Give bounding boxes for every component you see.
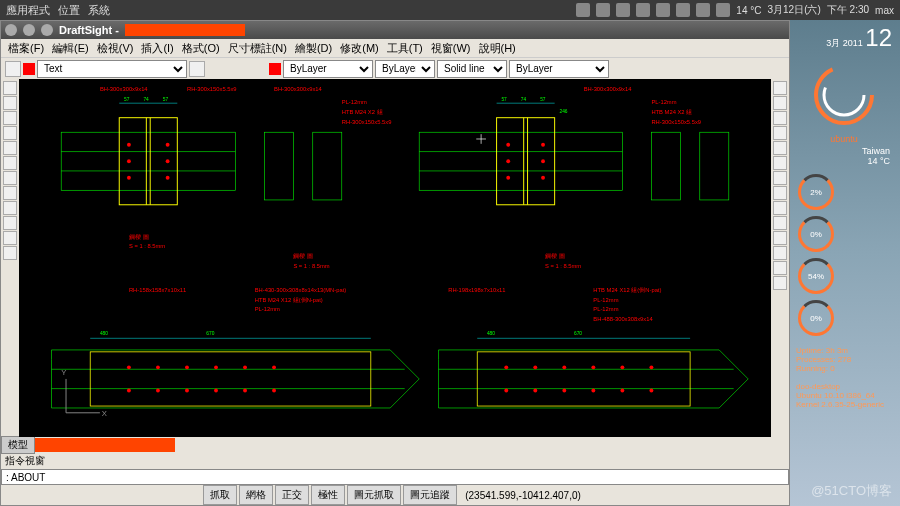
tray-icon[interactable] [716,3,730,17]
svg-point-37 [127,389,131,393]
system-tray: 14 °C 3月12日(六) 下午 2:30 max [576,3,894,17]
drawing-canvas[interactable]: BH-300x300x9x14 RH-300x150x5.5x9 BH-300x… [19,79,771,437]
menu-window[interactable]: 視窗(W) [428,41,474,56]
menu-insert[interactable]: 插入(I) [138,41,176,56]
svg-point-51 [649,365,653,369]
orbit-tool-icon[interactable] [773,111,787,125]
color-select[interactable]: ByLayer [283,60,373,78]
snap-toggle[interactable]: 抓取 [203,485,237,505]
move-tool-icon[interactable] [3,201,17,215]
tray-icon[interactable] [616,3,630,17]
grid-toggle[interactable]: 網格 [239,485,273,505]
model-tab[interactable]: 模型 [1,436,35,454]
polar-toggle[interactable]: 極性 [311,485,345,505]
line-tool-icon[interactable] [3,81,17,95]
lineweight-select[interactable]: ByLayer [509,60,609,78]
redacted-layout-tabs [35,438,175,452]
props-tool-icon[interactable] [773,156,787,170]
color-swatch-icon[interactable] [23,63,35,75]
svg-point-10 [166,159,170,163]
measure-tool-icon[interactable] [773,171,787,185]
maximize-icon[interactable] [41,24,53,36]
close-icon[interactable] [5,24,17,36]
svg-rect-26 [651,132,680,200]
mirror-tool-icon[interactable] [773,261,787,275]
svg-point-19 [506,159,510,163]
tray-user[interactable]: max [875,5,894,16]
svg-text:BH-300x300x9x14: BH-300x300x9x14 [584,86,632,92]
os-menu-system[interactable]: 系統 [88,3,110,18]
esnap-toggle[interactable]: 圖元抓取 [347,485,401,505]
ortho-toggle[interactable]: 正交 [275,485,309,505]
gauge-column: 2% 0% 54% 0% [792,168,896,342]
svg-point-56 [620,389,624,393]
svg-rect-15 [497,118,555,205]
rotate-tool-icon[interactable] [773,276,787,290]
pan-tool-icon[interactable] [773,96,787,110]
date-month: 3月 [826,38,840,48]
svg-text:670: 670 [574,331,582,336]
tray-date[interactable]: 3月12日(六) [767,3,820,17]
svg-point-34 [214,365,218,369]
circle-tool-icon[interactable] [3,111,17,125]
linetype-mode-select[interactable]: ByLayer [375,60,435,78]
tray-icon[interactable] [636,3,650,17]
clock-widget [809,60,879,130]
menu-file[interactable]: 檔案(F) [5,41,47,56]
os-menu-places[interactable]: 位置 [58,3,80,18]
svg-text:RH-300x150x5.5x9: RH-300x150x5.5x9 [187,86,237,92]
tray-icon[interactable] [676,3,690,17]
layer-tool-icon[interactable] [773,141,787,155]
menu-modify[interactable]: 修改(M) [337,41,382,56]
offset-tool-icon[interactable] [3,246,17,260]
dimension-tool-icon[interactable] [3,186,17,200]
linetype-select[interactable]: Solid line [437,60,507,78]
regen-tool-icon[interactable] [773,126,787,140]
rect-tool-icon[interactable] [3,96,17,110]
snap-tool-icon[interactable] [773,201,787,215]
tray-icon[interactable] [656,3,670,17]
tray-icon[interactable] [596,3,610,17]
svg-text:HTB M24 X2 組: HTB M24 X2 組 [651,109,692,115]
menu-tools[interactable]: 工具(T) [384,41,426,56]
svg-point-47 [533,365,537,369]
text-tool-icon[interactable] [3,156,17,170]
etrack-toggle[interactable]: 圖元追蹤 [403,485,457,505]
disk-gauge: 54% [798,258,834,294]
erase-tool-icon[interactable] [773,231,787,245]
menu-draw[interactable]: 繪製(D) [292,41,335,56]
command-input[interactable] [1,469,789,485]
svg-text:BH-300x300x9x14: BH-300x300x9x14 [100,86,148,92]
layer-state-icon[interactable] [5,61,21,77]
minimize-icon[interactable] [23,24,35,36]
layer-select[interactable]: Text [37,60,187,78]
date-year: 2011 [843,38,863,48]
tray-icon[interactable] [696,3,710,17]
svg-text:480: 480 [487,331,495,336]
polyline-tool-icon[interactable] [3,141,17,155]
menu-format[interactable]: 格式(O) [179,41,223,56]
grid-tool-icon[interactable] [773,216,787,230]
svg-point-6 [127,143,131,147]
arc-tool-icon[interactable] [3,126,17,140]
os-menu-apps[interactable]: 應用程式 [6,3,50,18]
menu-view[interactable]: 檢視(V) [94,41,137,56]
zoom-tool-icon[interactable] [773,81,787,95]
svg-point-39 [185,389,189,393]
print-tool-icon[interactable] [773,186,787,200]
tray-time[interactable]: 下午 2:30 [827,3,869,17]
copy-tool-icon[interactable] [3,216,17,230]
layer-manager-icon[interactable] [189,61,205,77]
menu-help[interactable]: 說明(H) [476,41,519,56]
menu-dimension[interactable]: 尺寸標註(N) [225,41,290,56]
hatch-tool-icon[interactable] [3,171,17,185]
menu-edit[interactable]: 編輯(E) [49,41,92,56]
svg-rect-45 [477,352,690,406]
tray-icon[interactable] [576,3,590,17]
explode-tool-icon[interactable] [773,246,787,260]
svg-text:74: 74 [143,97,149,102]
svg-text:BH-488-300x308x9x14: BH-488-300x308x9x14 [593,316,653,322]
trim-tool-icon[interactable] [3,231,17,245]
svg-point-9 [166,143,170,147]
svg-text:PL-12mm: PL-12mm [342,99,367,105]
